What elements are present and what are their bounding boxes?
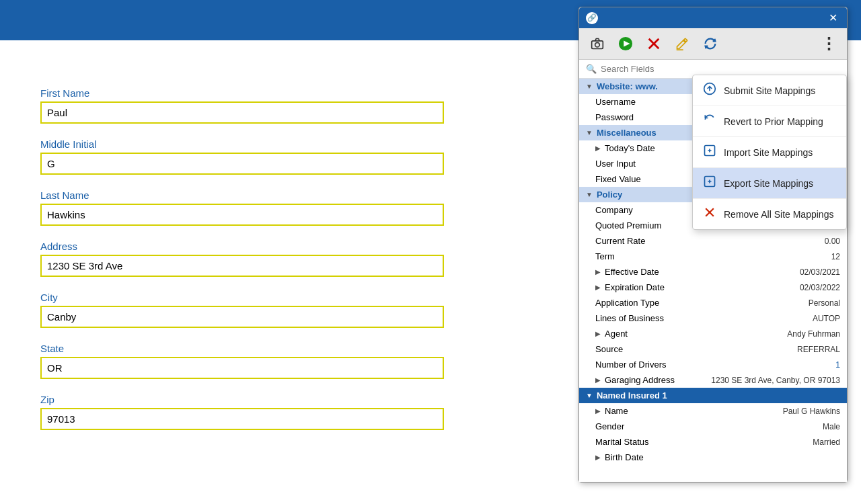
tree-value: Male — [823, 422, 840, 431]
tree-item[interactable]: Current Rate 0.00 — [579, 233, 847, 249]
tree-item[interactable]: ▶ Expiration Date 02/03/2022 — [579, 280, 847, 295]
tree-item[interactable]: Source REFERRAL — [579, 341, 847, 357]
tree-item[interactable]: ▶ Effective Date 02/03/2021 — [579, 264, 847, 280]
tree-label: Lines of Business — [595, 313, 813, 323]
hawklink-panel: 🔗 ✕ — [578, 7, 848, 482]
tree-item[interactable]: Lines of Business AUTOP — [579, 310, 847, 326]
tree-value: 02/03/2021 — [800, 267, 840, 277]
arrow-icon: ▶ — [595, 376, 601, 384]
tree-label: Marital Status — [595, 437, 813, 447]
upload-icon — [702, 82, 717, 99]
tree-value: AUTOP — [813, 314, 840, 323]
tree-label: Source — [595, 344, 797, 354]
tree-item[interactable]: Number of Drivers 1 — [579, 357, 847, 372]
tree-label: Expiration Date — [605, 282, 800, 292]
arrow-icon: ▶ — [595, 144, 601, 152]
tree-value: 1230 SE 3rd Ave, Canby, OR 97013 — [711, 376, 840, 385]
search-icon: 🔍 — [586, 64, 597, 74]
tree-label: Agent — [605, 329, 787, 339]
tree-label: Effective Date — [605, 267, 800, 277]
dropdown-menu: Submit Site Mappings Revert to Prior Map… — [692, 75, 847, 230]
tree-item[interactable]: Gender Male — [579, 419, 847, 434]
tree-value: Andy Fuhrman — [787, 329, 840, 339]
revert-mapping-menu-item[interactable]: Revert to Prior Mapping — [693, 106, 846, 136]
play-button[interactable] — [614, 32, 637, 55]
export-mappings-menu-item[interactable]: Export Site Mappings — [693, 168, 846, 198]
input-city[interactable] — [40, 306, 444, 328]
tree-label: Name — [605, 406, 783, 416]
arrow-icon: ▼ — [586, 392, 593, 399]
tree-item[interactable]: ▼ Named Insured 1 — [579, 388, 847, 403]
input-state[interactable] — [40, 357, 444, 379]
menu-label: Import Site Mappings — [724, 147, 813, 158]
tree-label: Application Type — [595, 298, 809, 308]
tree-label: Birth Date — [605, 452, 840, 462]
tree-label: Current Rate — [595, 236, 825, 246]
arrow-icon: ▼ — [586, 191, 593, 198]
tree-item[interactable]: Application Type Personal — [579, 295, 847, 310]
tree-value: Personal — [809, 298, 840, 308]
arrow-icon: ▶ — [595, 268, 601, 276]
tree-value: 0.00 — [825, 237, 840, 246]
delete-icon — [646, 36, 661, 51]
import-icon — [702, 144, 717, 161]
tree-label: Garaging Address — [605, 375, 711, 385]
remove-icon — [702, 206, 717, 222]
input-last-name[interactable] — [40, 204, 444, 226]
input-zip[interactable] — [40, 408, 444, 430]
menu-label: Remove All Site Mappings — [724, 209, 833, 220]
arrow-icon: ▶ — [595, 284, 601, 291]
arrow-icon: ▼ — [586, 83, 593, 90]
tree-value: REFERRAL — [797, 345, 840, 354]
tree-value: 1 — [835, 360, 840, 370]
menu-label: Export Site Mappings — [724, 178, 813, 189]
tree-item[interactable]: ▶ Garaging Address 1230 SE 3rd Ave, Canb… — [579, 372, 847, 388]
menu-label: Submit Site Mappings — [724, 85, 815, 96]
input-middle-initial[interactable] — [40, 153, 444, 175]
play-icon — [618, 36, 633, 51]
delete-button[interactable] — [642, 32, 665, 55]
tree-item[interactable]: ▶ Name Paul G Hawkins — [579, 403, 847, 419]
tree-value: Paul G Hawkins — [783, 407, 840, 416]
input-first-name[interactable] — [40, 101, 444, 124]
refresh-button[interactable] — [699, 32, 722, 55]
import-mappings-menu-item[interactable]: Import Site Mappings — [693, 137, 846, 167]
edit-button[interactable] — [671, 32, 694, 55]
arrow-icon: ▶ — [595, 407, 601, 415]
tree-item[interactable]: Term 12 — [579, 249, 847, 264]
tree-value: 02/03/2022 — [800, 283, 840, 292]
arrow-icon: ▼ — [586, 129, 593, 136]
tree-value: 12 — [831, 252, 840, 261]
arrow-icon: ▶ — [595, 454, 601, 461]
search-input[interactable] — [601, 64, 840, 74]
input-address[interactable] — [40, 255, 444, 277]
submit-mappings-menu-item[interactable]: Submit Site Mappings — [693, 75, 846, 106]
tree-label: Number of Drivers — [595, 360, 835, 370]
panel-close-button[interactable]: ✕ — [826, 11, 840, 24]
svg-point-1 — [595, 42, 600, 47]
more-menu-button[interactable]: ⋮ — [817, 32, 840, 55]
panel-titlebar: 🔗 ✕ — [579, 7, 847, 28]
arrow-icon: ▶ — [595, 330, 601, 337]
tree-item[interactable]: ▶ Agent Andy Fuhrman — [579, 326, 847, 341]
tree-value: Married — [813, 437, 840, 447]
tree-label: Named Insured 1 — [597, 390, 840, 401]
edit-icon — [675, 37, 689, 50]
tree-item[interactable]: Marital Status Married — [579, 434, 847, 450]
tree-label: Term — [595, 251, 831, 261]
tree-label: Gender — [595, 421, 823, 431]
refresh-icon — [703, 36, 718, 51]
hawklink-logo-icon: 🔗 — [586, 12, 598, 24]
remove-mappings-menu-item[interactable]: Remove All Site Mappings — [693, 199, 846, 229]
menu-label: Revert to Prior Mapping — [724, 116, 823, 127]
camera-button[interactable] — [586, 32, 609, 55]
tree-item[interactable]: ▶ Birth Date — [579, 450, 847, 465]
revert-icon — [702, 113, 717, 130]
camera-icon — [591, 37, 604, 50]
panel-toolbar: ⋮ — [579, 28, 847, 60]
export-icon — [702, 175, 717, 192]
